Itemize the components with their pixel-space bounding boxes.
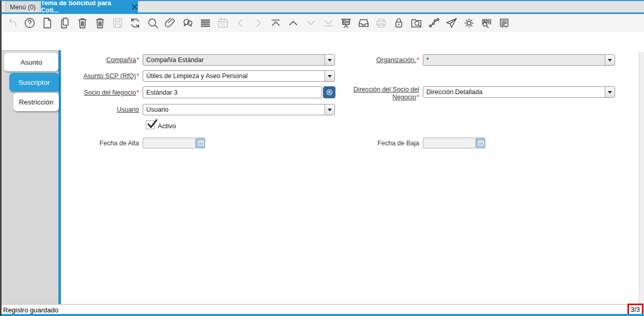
fecha-alta-label: Fecha de Alta [62,140,139,147]
usuario-field[interactable]: Usuario [143,104,335,115]
usuario-label: Usuario [62,106,139,114]
previous-record-button[interactable] [287,17,300,29]
print-button [375,17,388,29]
refresh-button[interactable] [129,17,142,29]
save-button [111,17,124,29]
vertical-scrollbar[interactable] [639,52,644,304]
next-record-icon [304,17,317,29]
business-partner-info-button[interactable] [323,86,335,98]
direccion-socio-label: Dirección del Socio del Negocio* [351,86,419,101]
socio-negocio-label: Socio del Negocio* [62,89,139,97]
print-icon [375,17,388,29]
chevron-down-icon[interactable] [325,55,334,65]
socio-negocio-field[interactable]: Estándar 3 [143,86,322,98]
sidebar-tab-suscriptor[interactable]: Suscriptor [9,73,59,92]
barcode-scan-icon [480,17,493,29]
toolbar: 31 [2,14,644,32]
settings-icon [463,17,476,29]
chevron-down-icon[interactable] [325,71,334,81]
grid-view-button[interactable] [199,17,212,29]
report-icon [340,17,352,29]
compania-label: Compañía* [62,56,139,64]
organizacion-field[interactable]: * [423,54,615,66]
fecha-baja-field[interactable] [423,138,476,148]
find-icon [146,17,159,29]
save-icon [111,17,124,29]
workflow-button[interactable] [427,17,440,29]
calendar-icon[interactable] [476,138,485,148]
detail-record-button [252,17,265,29]
required-marker: * [417,94,419,101]
last-record-icon [322,17,335,29]
undo-button [6,17,19,29]
window-bottom-border [2,314,644,316]
app-window: Menú (0) Tema de Solicitud para Coti... … [0,0,644,316]
undo-icon [6,17,19,29]
delete-record-icon [76,17,89,29]
lock-icon [392,17,405,29]
organizacion-label: Organización.* [342,56,419,64]
required-marker: * [417,56,419,64]
sidebar-tab-asunto-label: Asunto [20,58,42,66]
tab-rfq-topic[interactable]: Tema de Solicitud para Coti... [41,1,138,12]
delete-selection-icon [94,17,106,29]
report-button[interactable] [340,17,352,29]
asunto-scp-field[interactable]: Útiles de Limpieza y Aseo Personal [143,70,335,82]
last-record-button [322,17,335,29]
chevron-down-icon[interactable] [325,104,334,115]
send-mail-button[interactable] [445,17,458,29]
archive-button[interactable] [357,17,370,29]
lock-button[interactable] [392,17,405,29]
calendar-button: 31 [217,17,229,29]
delete-record-button[interactable] [76,17,89,29]
activo-label: Activo [158,122,176,130]
compania-field[interactable]: Compañía Estándar [143,54,335,66]
find-button[interactable] [146,17,159,29]
delete-selection-button[interactable] [94,17,106,29]
chevron-down-icon[interactable] [605,55,615,65]
fecha-alta-field[interactable] [143,138,196,148]
zoom-across-button[interactable] [410,17,423,29]
sidebar-tab-restriccion[interactable]: Restricción [13,93,59,111]
chevron-down-icon[interactable] [605,87,615,97]
status-message: Registro guardado [3,306,58,314]
window-tab-bar: Menú (0) Tema de Solicitud para Coti... [2,1,644,12]
fecha-baja-label: Fecha de Baja [342,140,419,147]
tab-rfq-topic-label: Tema de Solicitud para Coti... [41,0,127,14]
asunto-scp-label: Asunto SCP (RfQ)* [62,72,139,80]
settings-button[interactable] [463,17,476,29]
tab-menu[interactable]: Menú (0) [6,1,40,12]
copy-record-button[interactable] [58,17,71,29]
first-record-button[interactable] [269,17,282,29]
parent-record-button [234,17,247,29]
direccion-socio-field[interactable]: Dirección Detallada [423,86,615,98]
detail-record-icon [252,17,265,29]
required-marker: * [136,56,139,64]
first-record-icon [269,17,282,29]
chat-button[interactable] [181,17,194,29]
copy-record-icon [58,17,71,29]
help-icon [23,17,36,29]
calendar-icon[interactable] [196,138,205,148]
activo-checkbox[interactable] [146,121,155,129]
new-record-button[interactable] [41,17,54,29]
grid-view-icon [199,17,212,29]
print-preview-button[interactable] [498,17,511,29]
person-circle-icon [326,88,333,96]
sidebar-tab-asunto[interactable]: Asunto [4,53,58,71]
calendar-icon: 31 [217,17,229,29]
send-mail-icon [445,17,458,29]
tab-menu-label: Menú (0) [10,4,36,11]
sidebar-tab-suscriptor-label: Suscriptor [19,79,50,86]
next-record-button [304,17,317,29]
help-button[interactable] [23,17,36,29]
required-marker: * [136,72,139,80]
parent-record-icon [234,17,247,29]
checkmark-icon [146,118,158,129]
attachment-button[interactable] [164,17,177,29]
refresh-icon [129,17,142,29]
close-icon[interactable] [131,4,138,10]
barcode-scan-button[interactable] [480,17,493,29]
print-preview-icon [498,17,511,29]
archive-icon [357,17,370,29]
